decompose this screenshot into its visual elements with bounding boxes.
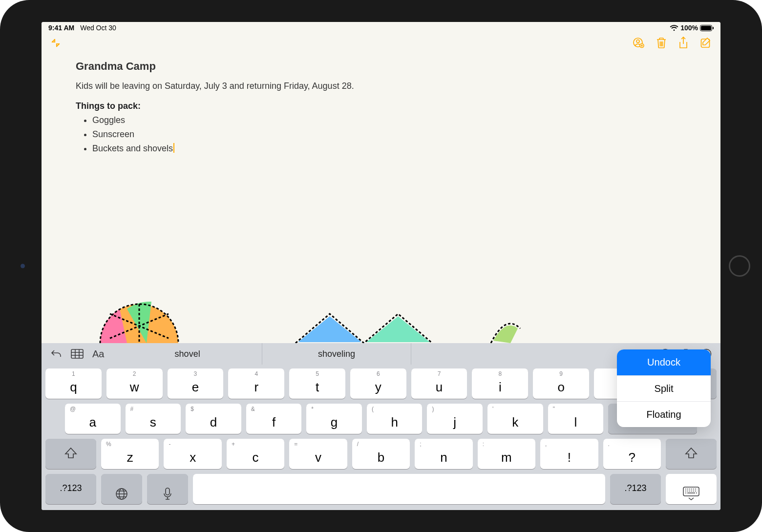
- svg-rect-2: [713, 27, 714, 29]
- key-u[interactable]: 7u: [411, 368, 467, 399]
- key-r[interactable]: 4r: [228, 368, 284, 399]
- key-l[interactable]: "l: [548, 404, 604, 434]
- key-numbers[interactable]: .?123: [45, 474, 96, 504]
- list-item: Goggles: [92, 113, 686, 127]
- key-numbers[interactable]: .?123: [610, 474, 661, 504]
- key-q[interactable]: 1q: [45, 368, 102, 399]
- keyboard-options-menu: Undock Split Floating: [617, 349, 711, 427]
- key-e[interactable]: 3e: [168, 368, 224, 399]
- suggestion[interactable]: shoveling: [262, 343, 411, 365]
- key-space[interactable]: [193, 474, 605, 504]
- key-shift[interactable]: [666, 439, 717, 469]
- note-subhead: Things to pack:: [76, 101, 686, 111]
- svg-rect-7: [71, 349, 83, 358]
- key-w[interactable]: 2w: [106, 368, 163, 399]
- svg-rect-1: [701, 26, 711, 30]
- menu-item-floating[interactable]: Floating: [617, 401, 711, 427]
- key-h[interactable]: (h: [367, 404, 423, 434]
- wifi-icon: [670, 25, 678, 31]
- key-n[interactable]: ;n: [415, 439, 472, 469]
- key-hide-keyboard[interactable]: [666, 474, 717, 504]
- svg-point-4: [636, 40, 639, 43]
- collaborate-icon[interactable]: [633, 37, 644, 49]
- svg-rect-15: [683, 487, 699, 496]
- key-c[interactable]: +c: [227, 439, 284, 469]
- device-camera: [21, 264, 25, 268]
- notes-toolbar: [42, 34, 720, 52]
- key-k[interactable]: 'k: [487, 404, 543, 434]
- status-bar: 9:41 AM Wed Oct 30 100%: [42, 22, 720, 34]
- key-?[interactable]: .?: [603, 439, 661, 469]
- suggestion[interactable]: shovel: [113, 343, 261, 365]
- key-dictation[interactable]: [147, 474, 188, 504]
- text-cursor: [173, 143, 174, 153]
- menu-item-undock[interactable]: Undock: [617, 349, 711, 375]
- key-v[interactable]: =v: [289, 439, 347, 469]
- key-j[interactable]: )j: [427, 404, 483, 434]
- battery-icon: [700, 25, 714, 31]
- key-globe[interactable]: [101, 474, 142, 504]
- note-paragraph: Kids will be leaving on Saturday, July 3…: [76, 80, 686, 92]
- list-item: Buckets and shovels: [92, 142, 686, 156]
- compose-icon[interactable]: [700, 37, 712, 49]
- key-y[interactable]: 6y: [350, 368, 406, 399]
- key-d[interactable]: $d: [186, 404, 241, 434]
- table-icon[interactable]: [71, 349, 84, 359]
- menu-item-split[interactable]: Split: [617, 375, 711, 401]
- key-b[interactable]: /b: [352, 439, 410, 469]
- pack-list: Goggles Sunscreen Buckets and shovels: [76, 113, 686, 155]
- key-o[interactable]: 9o: [533, 368, 589, 399]
- collapse-icon[interactable]: [50, 38, 61, 48]
- list-item: Sunscreen: [92, 127, 686, 142]
- key-s[interactable]: #s: [126, 404, 181, 434]
- key-t[interactable]: 5t: [289, 368, 345, 399]
- svg-rect-14: [166, 488, 169, 495]
- key-a[interactable]: @a: [65, 404, 121, 434]
- share-icon[interactable]: [678, 37, 688, 49]
- suggestions-bar: shovel shoveling: [113, 343, 411, 365]
- format-icon[interactable]: Aa: [92, 348, 104, 360]
- trash-icon[interactable]: [656, 37, 667, 49]
- note-body[interactable]: Grandma Camp Kids will be leaving on Sat…: [42, 52, 720, 343]
- key-f[interactable]: &f: [246, 404, 302, 434]
- key-i[interactable]: 8i: [472, 368, 528, 399]
- key-m[interactable]: :m: [478, 439, 535, 469]
- note-title: Grandma Camp: [76, 60, 686, 73]
- status-battery-pct: 100%: [680, 24, 698, 32]
- status-date: Wed Oct 30: [80, 24, 116, 32]
- key-![interactable]: ,!: [540, 439, 598, 469]
- undo-icon[interactable]: [50, 349, 62, 359]
- note-sketch: [42, 285, 618, 343]
- key-x[interactable]: -x: [164, 439, 221, 469]
- status-time: 9:41 AM: [48, 24, 74, 32]
- key-g[interactable]: *g: [306, 404, 362, 434]
- key-z[interactable]: %z: [101, 439, 159, 469]
- home-button[interactable]: [729, 255, 750, 277]
- key-shift[interactable]: [45, 439, 96, 469]
